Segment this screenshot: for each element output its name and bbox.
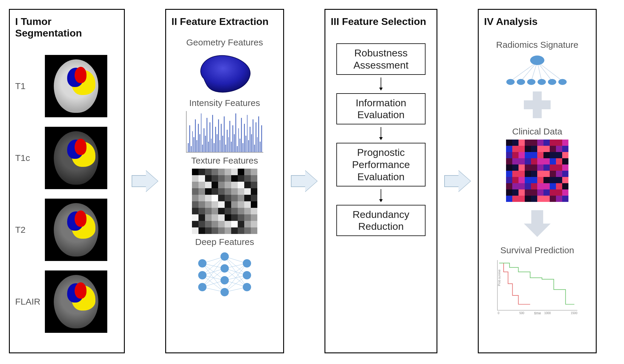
svg-point-25 — [198, 271, 207, 279]
radiomics-signature-label: Radiomics Signature — [496, 40, 579, 50]
arrow-down-block-icon — [521, 207, 554, 240]
panel3-title: III Feature Selection — [331, 16, 426, 27]
tick: 1000 — [544, 311, 551, 315]
feature-geometry-label: Geometry Features — [186, 37, 263, 48]
arrow-right-icon — [291, 168, 318, 194]
panel-feature-extraction: II Feature Extraction Geometry Features … — [165, 9, 284, 353]
brain-thumb-t1 — [45, 55, 107, 117]
survival-prediction-label: Survival Prediction — [500, 245, 574, 255]
step-information: Information Evaluation — [336, 93, 426, 125]
survival-plot-icon: Prob survive 0 500 1000 1500 time — [497, 260, 577, 311]
scan-row-t2: T2 — [15, 199, 119, 261]
svg-point-32 — [243, 271, 251, 279]
tick: 1500 — [571, 311, 577, 315]
neural-network-icon — [190, 250, 259, 300]
scan-label: T2 — [15, 225, 39, 235]
scan-label: T1c — [15, 153, 39, 163]
survival-xlabel: time — [534, 311, 541, 315]
svg-point-51 — [548, 79, 556, 85]
scan-label: FLAIR — [15, 297, 39, 307]
intensity-histogram-icon — [186, 111, 263, 153]
brain-thumb-t1c — [45, 127, 107, 189]
scan-list: T1 T1c T2 FLAIR — [15, 55, 119, 333]
survival-ylabel: Prob survive — [498, 270, 501, 286]
arrow-down-icon — [378, 126, 384, 141]
texture-grid-icon — [192, 169, 257, 234]
flow-arrow-1 — [130, 9, 160, 353]
svg-point-24 — [198, 259, 207, 268]
brain-thumb-t2 — [45, 199, 107, 261]
panel-analysis: IV Analysis Radiomics Signature Clinical… — [478, 9, 597, 353]
svg-point-31 — [243, 259, 251, 268]
svg-marker-35 — [379, 88, 383, 91]
geometry-mesh-icon — [192, 50, 257, 95]
panel-tumor-segmentation: I Tumor Segmentation T1 T1c T2 FLAIR — [9, 9, 125, 353]
step-redundancy: Redundancy Reduction — [336, 205, 426, 236]
feature-deep-label: Deep Features — [195, 237, 254, 247]
svg-point-28 — [220, 264, 229, 273]
arrow-right-icon — [132, 168, 158, 194]
svg-point-33 — [243, 283, 251, 291]
flow-arrow-3 — [443, 9, 472, 353]
arrow-down-icon — [378, 77, 384, 91]
arrow-right-icon — [444, 168, 471, 194]
svg-line-40 — [510, 62, 537, 81]
panel4-title: IV Analysis — [484, 16, 538, 27]
step-robustness: Robustness Assessment — [336, 43, 426, 75]
svg-point-46 — [530, 56, 544, 65]
svg-point-29 — [220, 276, 229, 284]
feature-texture-label: Texture Features — [191, 156, 258, 166]
step-prognostic: Prognostic Performance Evaluation — [336, 143, 426, 186]
scan-row-t1: T1 — [15, 55, 119, 117]
panel2-title: II Feature Extraction — [171, 16, 269, 27]
tick: 0 — [498, 311, 499, 315]
svg-point-48 — [517, 79, 525, 85]
scan-label: T1 — [15, 81, 39, 91]
svg-point-47 — [506, 79, 515, 85]
svg-marker-37 — [379, 137, 383, 140]
flow-arrow-2 — [289, 9, 319, 353]
svg-point-50 — [538, 79, 546, 85]
panel1-title: I Tumor Segmentation — [15, 16, 119, 39]
clinical-data-heatmap-icon — [506, 140, 568, 202]
feature-intensity-label: Intensity Features — [189, 98, 260, 108]
panel-feature-selection: III Feature Selection Robustness Assessm… — [324, 9, 437, 353]
svg-point-49 — [527, 79, 535, 85]
brain-thumb-flair — [45, 270, 107, 333]
clinical-data-label: Clinical Data — [512, 126, 562, 137]
svg-point-52 — [558, 79, 567, 85]
tick: 500 — [519, 311, 524, 315]
radiomics-signature-icon — [500, 53, 574, 88]
svg-point-30 — [220, 288, 229, 296]
svg-point-27 — [220, 252, 229, 261]
svg-point-26 — [198, 283, 207, 291]
plus-icon — [521, 88, 554, 121]
svg-marker-39 — [379, 199, 383, 202]
arrow-down-icon — [378, 188, 384, 203]
scan-row-t1c: T1c — [15, 127, 119, 189]
scan-row-flair: FLAIR — [15, 270, 119, 333]
